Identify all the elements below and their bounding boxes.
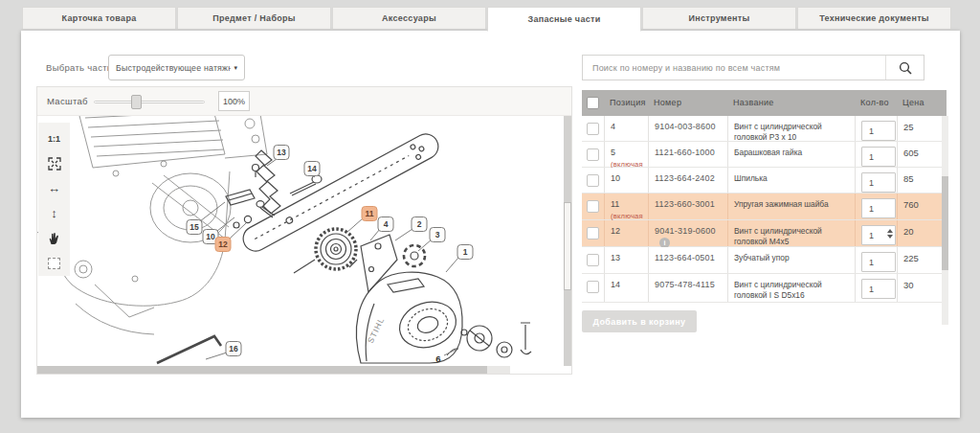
search-input[interactable] [583,56,885,80]
table-row[interactable]: 4 9104-003-8600 Винт с цилиндрической го… [582,116,947,142]
row-position: 4 [611,122,615,131]
row-checkbox[interactable] [587,148,599,161]
table-scrollbar-thumb[interactable] [942,176,948,270]
part-selector-label: Выбрать часть [46,62,112,73]
table-row[interactable]: 5(включая 6 - 9) 1121-660-1000 Барашкова… [582,142,947,168]
table-row[interactable]: 14 9075-478-4115 Винт с цилиндрической г… [582,274,947,303]
row-number: 1121-660-1000 [655,148,715,157]
table-row[interactable]: 13 1123-664-0501 Зубчатый упор 225 [582,247,947,274]
table-row-highlighted[interactable]: 12 9041-319-0600i Винт с цилиндрической … [582,220,947,247]
row-checkbox[interactable] [587,254,599,266]
search-button[interactable] [885,56,924,80]
tab-product-card[interactable]: Карточка товара [22,7,176,30]
diagram-callout-4[interactable]: 4 [378,216,394,232]
row-position: 14 [611,280,620,289]
tab-label: Запасные части [527,14,600,24]
row-position: 12 [611,226,620,236]
scale-label: Масштаб [47,96,88,106]
fit-width-icon[interactable]: ↔ [46,180,63,196]
diagram-callout-14[interactable]: 14 [304,161,321,176]
row-checkbox[interactable] [587,123,599,135]
row-price: 605 [897,142,947,167]
table-row[interactable]: 10 1123-664-2402 Шпилька 85 [582,168,947,194]
tab-label: Инструменты [688,13,749,23]
row-number: 1123-660-3001 [655,199,715,209]
diagram-callout-2[interactable]: 2 [412,216,428,232]
viewer-vertical-scrollbar [564,116,571,366]
one-to-one-button[interactable]: 1:1 [46,130,63,147]
row-number: 9041-319-0600 [655,226,716,236]
diagram-callout-15[interactable]: 15 [187,219,203,235]
table-scrollbar [942,116,948,325]
part-selector-dropdown[interactable]: Быстродействующее натяжно ▾ [108,55,245,80]
row-checkbox[interactable] [587,174,599,187]
diagram-badge-layer: 1314151012114231166 [37,116,571,367]
row-price: 25 [897,116,947,141]
quantity-input[interactable] [861,147,896,167]
quantity-input[interactable] [861,121,896,141]
tab-tools[interactable]: Инструменты [642,7,796,30]
table-row-highlighted[interactable]: 11(включая 12) 1123-660-3001 Упругая заж… [582,194,947,220]
row-name: Шпилька [727,168,855,193]
tab-label: Карточка товара [62,13,137,23]
fit-height-icon[interactable]: ↕ [46,205,63,221]
viewer-horizontal-scrollbar [37,366,510,374]
diagram-label-6: 6 [431,351,447,366]
col-qty: Кол-во [860,98,889,107]
row-price: 760 [897,194,947,219]
row-name: Винт с цилиндрической головкой M4x5 [727,220,855,246]
tab-label: Аксессуары [382,13,436,23]
zoom-value[interactable]: 100% [218,91,250,111]
row-position: 10 [611,173,620,183]
viewer-vertical-scrollbar-thumb[interactable] [564,202,571,290]
parts-search [582,55,924,80]
fit-screen-icon[interactable] [46,155,63,171]
quantity-input[interactable] [861,252,896,272]
row-name: Винт с цилиндрической головкой P3 x 10 [727,116,855,141]
pan-hand-icon[interactable] [46,230,63,246]
row-number: 9104-003-8600 [655,122,716,131]
viewer-toolbar: 1:1 ↔ ↕ [38,123,70,276]
row-checkbox[interactable] [587,281,599,293]
parts-table: Позиция Номер Название Кол-во Цена 4 910… [582,90,947,303]
quantity-input[interactable] [861,279,896,299]
row-price: 225 [897,247,947,273]
diagram-callout-12[interactable]: 12 [215,237,232,252]
quantity-input[interactable] [861,172,896,193]
row-number: 1123-664-0501 [655,253,715,262]
row-price: 30 [897,274,947,302]
table-header: Позиция Номер Название Кол-во Цена [582,90,947,116]
diagram-callout-16[interactable]: 16 [226,341,242,356]
add-to-cart-button[interactable]: Добавить в корзину [582,310,697,332]
tab-accessories[interactable]: Аксессуары [332,7,486,30]
row-number: 1123-664-2402 [655,173,715,183]
row-checkbox[interactable] [587,227,599,239]
row-name: Упругая зажимная шайба [727,194,855,219]
zoom-slider-thumb[interactable] [131,95,142,109]
diagram-callout-11[interactable]: 11 [362,206,378,221]
row-position: 11 [611,199,619,209]
stepper-up-icon[interactable] [887,229,893,233]
row-checkbox[interactable] [587,200,599,213]
stepper-down-icon[interactable] [887,235,893,239]
viewer-horizontal-scrollbar-thumb[interactable] [37,366,487,374]
row-price: 85 [897,168,947,193]
diagram-callout-1[interactable]: 1 [457,244,474,260]
diagram-stage: STIHL 1314151012114231166 [37,116,571,367]
col-number: Номер [654,98,681,107]
tab-item-sets[interactable]: Предмет / Наборы [177,7,331,30]
quantity-input[interactable] [861,198,896,218]
quantity-stepper[interactable] [887,229,893,239]
tab-technical-docs[interactable]: Технические документы [797,7,951,30]
diagram-callout-3[interactable]: 3 [430,227,446,242]
row-price: 20 [897,220,947,246]
select-area-icon[interactable] [46,255,63,271]
diagram-callout-13[interactable]: 13 [274,145,290,160]
row-number: 9075-478-4115 [655,280,715,289]
zoom-slider[interactable] [94,101,205,103]
spare-parts-panel: Выбрать часть Быстродействующее натяжно … [21,31,960,418]
tab-label: Предмет / Наборы [212,13,296,23]
select-all-checkbox[interactable] [587,97,599,109]
tab-label: Технические документы [819,13,929,23]
tab-spare-parts[interactable]: Запасные части [487,7,641,32]
